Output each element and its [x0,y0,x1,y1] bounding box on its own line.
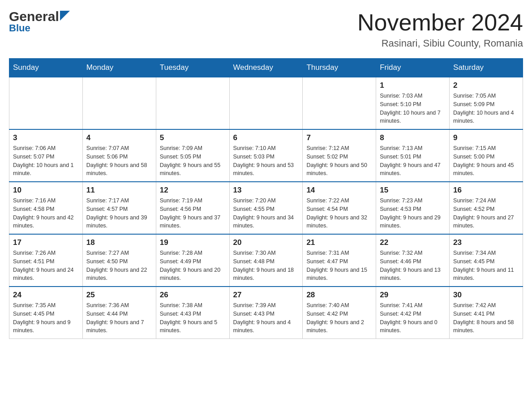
day-info: Sunrise: 7:17 AMSunset: 4:57 PMDaylight:… [86,197,152,230]
day-info: Sunrise: 7:07 AMSunset: 5:06 PMDaylight:… [86,144,152,178]
day-number: 2 [453,81,519,90]
calendar-cell: 22Sunrise: 7:32 AMSunset: 4:46 PMDayligh… [376,234,450,287]
day-number: 17 [13,238,79,247]
day-number: 30 [453,291,519,300]
day-number: 3 [13,133,79,142]
day-number: 4 [86,133,152,142]
day-info: Sunrise: 7:27 AMSunset: 4:50 PMDaylight:… [86,249,152,283]
day-number: 18 [86,238,152,247]
calendar-cell: 15Sunrise: 7:23 AMSunset: 4:53 PMDayligh… [376,182,450,234]
day-info: Sunrise: 7:32 AMSunset: 4:46 PMDaylight:… [380,249,446,283]
day-info: Sunrise: 7:24 AMSunset: 4:52 PMDaylight:… [453,197,519,230]
calendar-week-row: 17Sunrise: 7:26 AMSunset: 4:51 PMDayligh… [9,234,523,287]
day-number: 14 [306,186,372,195]
day-number: 23 [453,238,519,247]
day-number: 16 [453,186,519,195]
day-info: Sunrise: 7:09 AMSunset: 5:05 PMDaylight:… [160,144,226,178]
day-number: 20 [233,238,299,247]
calendar-cell: 25Sunrise: 7:36 AMSunset: 4:44 PMDayligh… [82,287,156,339]
calendar-cell [9,77,83,129]
calendar-cell: 10Sunrise: 7:16 AMSunset: 4:58 PMDayligh… [9,182,83,234]
calendar-cell: 28Sunrise: 7:40 AMSunset: 4:42 PMDayligh… [303,287,376,339]
day-number: 11 [86,186,152,195]
day-number: 22 [380,238,446,247]
day-number: 9 [453,133,519,142]
day-info: Sunrise: 7:28 AMSunset: 4:49 PMDaylight:… [160,249,226,283]
title-section: November 2024 Rasinari, Sibiu County, Ro… [357,9,523,49]
calendar-cell: 17Sunrise: 7:26 AMSunset: 4:51 PMDayligh… [9,234,83,287]
calendar-cell: 23Sunrise: 7:34 AMSunset: 4:45 PMDayligh… [450,234,523,287]
day-info: Sunrise: 7:30 AMSunset: 4:48 PMDaylight:… [233,249,299,283]
day-info: Sunrise: 7:23 AMSunset: 4:53 PMDaylight:… [380,197,446,230]
calendar-cell [229,77,303,129]
month-title: November 2024 [357,9,523,36]
day-number: 29 [380,291,446,300]
calendar-cell: 14Sunrise: 7:22 AMSunset: 4:54 PMDayligh… [303,182,376,234]
day-info: Sunrise: 7:26 AMSunset: 4:51 PMDaylight:… [13,249,79,283]
day-number: 7 [306,133,372,142]
calendar-cell: 2Sunrise: 7:05 AMSunset: 5:09 PMDaylight… [450,77,523,129]
calendar-week-row: 1Sunrise: 7:03 AMSunset: 5:10 PMDaylight… [9,77,523,129]
day-number: 25 [86,291,152,300]
calendar-cell: 24Sunrise: 7:35 AMSunset: 4:45 PMDayligh… [9,287,83,339]
calendar-cell: 18Sunrise: 7:27 AMSunset: 4:50 PMDayligh… [82,234,156,287]
svg-marker-0 [60,11,70,21]
day-number: 13 [233,186,299,195]
calendar-cell: 9Sunrise: 7:15 AMSunset: 5:00 PMDaylight… [450,129,523,182]
calendar-cell: 26Sunrise: 7:38 AMSunset: 4:43 PMDayligh… [156,287,229,339]
day-info: Sunrise: 7:39 AMSunset: 4:43 PMDaylight:… [233,301,299,335]
day-number: 21 [306,238,372,247]
day-number: 1 [380,81,446,90]
logo-general-text: General [9,9,59,24]
calendar-cell [156,77,229,129]
day-number: 5 [160,133,226,142]
calendar-cell: 21Sunrise: 7:31 AMSunset: 4:47 PMDayligh… [303,234,376,287]
calendar-cell: 11Sunrise: 7:17 AMSunset: 4:57 PMDayligh… [82,182,156,234]
day-info: Sunrise: 7:38 AMSunset: 4:43 PMDaylight:… [160,301,226,335]
calendar-cell: 13Sunrise: 7:20 AMSunset: 4:55 PMDayligh… [229,182,303,234]
calendar-day-header: Friday [376,59,450,77]
day-info: Sunrise: 7:10 AMSunset: 5:03 PMDaylight:… [233,144,299,178]
logo-arrow-icon [60,11,70,21]
calendar-day-header: Wednesday [229,59,303,77]
calendar-cell: 6Sunrise: 7:10 AMSunset: 5:03 PMDaylight… [229,129,303,182]
day-info: Sunrise: 7:06 AMSunset: 5:07 PMDaylight:… [13,144,79,178]
day-info: Sunrise: 7:34 AMSunset: 4:45 PMDaylight:… [453,249,519,283]
day-number: 6 [233,133,299,142]
day-info: Sunrise: 7:19 AMSunset: 4:56 PMDaylight:… [160,197,226,230]
calendar-cell: 1Sunrise: 7:03 AMSunset: 5:10 PMDaylight… [376,77,450,129]
calendar-cell: 12Sunrise: 7:19 AMSunset: 4:56 PMDayligh… [156,182,229,234]
calendar-cell: 16Sunrise: 7:24 AMSunset: 4:52 PMDayligh… [450,182,523,234]
calendar-cell: 7Sunrise: 7:12 AMSunset: 5:02 PMDaylight… [303,129,376,182]
day-info: Sunrise: 7:40 AMSunset: 4:42 PMDaylight:… [306,301,372,335]
logo-blue-text: Blue [9,22,30,34]
calendar-cell: 27Sunrise: 7:39 AMSunset: 4:43 PMDayligh… [229,287,303,339]
day-info: Sunrise: 7:20 AMSunset: 4:55 PMDaylight:… [233,197,299,230]
location-title: Rasinari, Sibiu County, Romania [357,38,523,49]
calendar-cell: 30Sunrise: 7:42 AMSunset: 4:41 PMDayligh… [450,287,523,339]
day-info: Sunrise: 7:12 AMSunset: 5:02 PMDaylight:… [306,144,372,178]
calendar-header-row: SundayMondayTuesdayWednesdayThursdayFrid… [9,59,523,77]
calendar-table: SundayMondayTuesdayWednesdayThursdayFrid… [9,58,523,339]
day-number: 19 [160,238,226,247]
calendar-day-header: Saturday [450,59,523,77]
calendar-cell: 29Sunrise: 7:41 AMSunset: 4:42 PMDayligh… [376,287,450,339]
calendar-week-row: 3Sunrise: 7:06 AMSunset: 5:07 PMDaylight… [9,129,523,182]
calendar-day-header: Monday [82,59,156,77]
calendar-cell: 4Sunrise: 7:07 AMSunset: 5:06 PMDaylight… [82,129,156,182]
calendar-cell: 3Sunrise: 7:06 AMSunset: 5:07 PMDaylight… [9,129,83,182]
day-info: Sunrise: 7:13 AMSunset: 5:01 PMDaylight:… [380,144,446,178]
calendar-day-header: Tuesday [156,59,229,77]
calendar-cell [82,77,156,129]
day-info: Sunrise: 7:35 AMSunset: 4:45 PMDaylight:… [13,301,79,335]
logo: General Blue [9,9,70,34]
day-number: 27 [233,291,299,300]
day-info: Sunrise: 7:41 AMSunset: 4:42 PMDaylight:… [380,301,446,335]
day-info: Sunrise: 7:42 AMSunset: 4:41 PMDaylight:… [453,301,519,335]
page-header: General Blue November 2024 Rasinari, Sib… [9,9,523,49]
day-number: 12 [160,186,226,195]
day-number: 15 [380,186,446,195]
calendar-cell: 20Sunrise: 7:30 AMSunset: 4:48 PMDayligh… [229,234,303,287]
day-info: Sunrise: 7:22 AMSunset: 4:54 PMDaylight:… [306,197,372,230]
day-number: 10 [13,186,79,195]
